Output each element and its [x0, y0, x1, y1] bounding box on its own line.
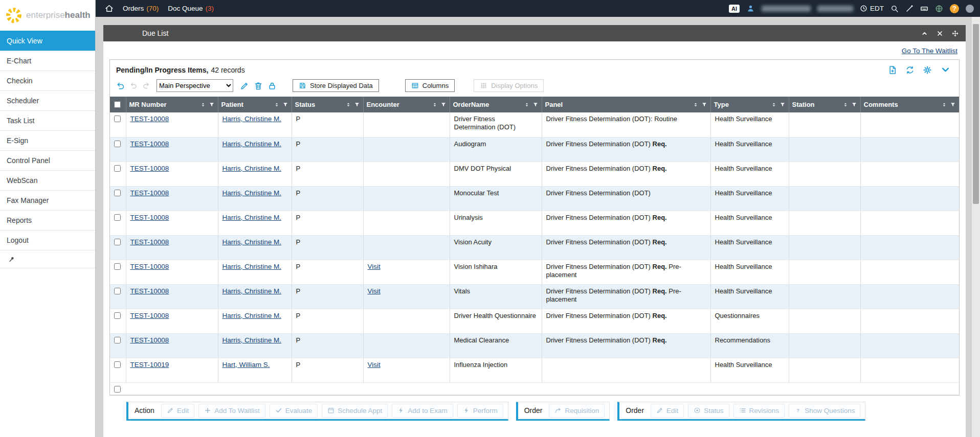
row-checkbox[interactable]	[114, 312, 121, 319]
delete-perspective-icon[interactable]	[254, 81, 263, 90]
refresh-icon[interactable]	[905, 65, 915, 75]
sidebar-item-reports[interactable]: Reports	[0, 210, 95, 230]
sidebar-item-scheduler[interactable]: Scheduler	[0, 90, 95, 110]
column-header-ordername[interactable]: OrderName	[450, 97, 542, 112]
sort-icon[interactable]	[345, 102, 351, 108]
footer-button-schedule-appt[interactable]: Schedule Appt	[322, 404, 388, 418]
patient-link[interactable]: Harris, Christine M.	[222, 189, 282, 197]
row-checkbox[interactable]	[114, 141, 121, 147]
filter-icon[interactable]	[440, 102, 447, 108]
column-header-station[interactable]: Station	[789, 97, 860, 112]
column-header-mr-number[interactable]: MR Number	[126, 97, 218, 112]
mr-number-link[interactable]: TEST-10008	[130, 336, 169, 344]
scrollbar-thumb[interactable]	[973, 24, 979, 204]
settings-gear-icon[interactable]	[923, 65, 932, 75]
filter-icon[interactable]	[701, 102, 707, 108]
sort-icon[interactable]	[274, 102, 280, 108]
footer-button-add-to-exam[interactable]: Add to Exam	[392, 404, 453, 418]
sidebar-pin-row[interactable]	[0, 250, 95, 268]
footer-button-edit[interactable]: Edit	[651, 404, 684, 418]
row-checkbox[interactable]	[114, 165, 121, 172]
perspective-select[interactable]: Main Perspective	[157, 79, 233, 92]
doc-queue-link[interactable]: Doc Queue (3)	[168, 5, 214, 12]
column-header-comments[interactable]: Comments	[860, 97, 959, 112]
patient-link[interactable]: Harris, Christine M.	[222, 336, 282, 344]
footer-button-perform[interactable]: Perform	[457, 404, 503, 418]
encounter-link[interactable]: Visit	[368, 361, 381, 369]
column-header-status[interactable]: Status	[292, 97, 363, 112]
sidebar-item-task-list[interactable]: Task List	[0, 110, 95, 130]
go-to-waitlist-link[interactable]: Go To The Waitlist	[902, 47, 957, 55]
timezone-indicator[interactable]: EDT	[860, 5, 884, 12]
filter-icon[interactable]	[779, 102, 786, 108]
row-checkbox[interactable]	[114, 214, 121, 221]
sidebar-item-control-panel[interactable]: Control Panel	[0, 150, 95, 170]
sidebar-item-fax-manager[interactable]: Fax Manager	[0, 190, 95, 210]
mr-number-link[interactable]: TEST-10008	[130, 287, 169, 295]
edit-perspective-icon[interactable]	[240, 81, 249, 90]
column-header-patient[interactable]: Patient	[218, 97, 292, 112]
row-checkbox[interactable]	[114, 239, 121, 245]
sidebar-item-e-sign[interactable]: E-Sign	[0, 130, 95, 150]
mr-number-link[interactable]: TEST-10008	[130, 140, 169, 148]
mr-number-link[interactable]: TEST-10008	[130, 165, 169, 172]
entry-row-checkbox[interactable]	[114, 386, 121, 393]
user-icon[interactable]	[746, 4, 755, 13]
lock-perspective-icon[interactable]	[268, 81, 277, 90]
row-checkbox[interactable]	[114, 116, 121, 122]
mr-number-link[interactable]: TEST-10008	[130, 115, 169, 123]
patient-link[interactable]: Hart, William S.	[222, 361, 270, 369]
filter-icon[interactable]	[209, 102, 215, 108]
patient-link[interactable]: Harris, Christine M.	[222, 312, 282, 319]
column-header-type[interactable]: Type	[710, 97, 789, 112]
sort-icon[interactable]	[200, 102, 206, 108]
mr-number-link[interactable]: TEST-10008	[130, 189, 169, 197]
filter-icon[interactable]	[282, 102, 288, 108]
row-checkbox[interactable]	[114, 263, 121, 270]
column-header-encounter[interactable]: Encounter	[363, 97, 450, 112]
footer-button-status[interactable]: Status	[688, 404, 729, 418]
footer-button-edit[interactable]: Edit	[161, 404, 194, 418]
filter-icon[interactable]	[532, 102, 539, 108]
patient-link[interactable]: Harris, Christine M.	[222, 214, 282, 221]
footer-button-show-questions[interactable]: ?Show Questions	[789, 404, 860, 418]
new-document-icon[interactable]	[888, 65, 897, 75]
columns-button[interactable]: Columns	[405, 79, 455, 92]
select-all-checkbox[interactable]	[114, 101, 121, 108]
mr-number-link[interactable]: TEST-10008	[130, 312, 169, 319]
mr-number-link[interactable]: TEST-10008	[130, 263, 169, 270]
row-checkbox[interactable]	[114, 337, 121, 343]
keyboard-icon[interactable]	[920, 5, 928, 13]
help-icon[interactable]: ?	[950, 4, 959, 13]
patient-link[interactable]: Harris, Christine M.	[222, 165, 282, 172]
footer-button-requisition[interactable]: Requisition	[549, 404, 605, 418]
sort-icon[interactable]	[524, 102, 530, 108]
filter-icon[interactable]	[851, 102, 857, 108]
filter-icon[interactable]	[354, 102, 360, 108]
sort-icon[interactable]	[941, 102, 947, 108]
footer-button-add-to-waitlist[interactable]: Add To Waitlist	[198, 404, 265, 418]
ai-badge[interactable]: AI	[729, 5, 740, 13]
row-checkbox[interactable]	[114, 361, 121, 368]
store-displayed-data-button[interactable]: Store Displayed Data	[293, 79, 379, 92]
vertical-scrollbar[interactable]	[971, 17, 980, 437]
display-options-button[interactable]: Display Options	[474, 79, 544, 92]
mr-number-link[interactable]: TEST-10008	[130, 214, 169, 221]
row-checkbox[interactable]	[114, 288, 121, 294]
pin-icon[interactable]	[8, 256, 15, 263]
move-icon[interactable]	[952, 30, 959, 37]
sort-icon[interactable]	[842, 102, 849, 108]
tools-icon[interactable]	[905, 5, 914, 13]
patient-link[interactable]: Harris, Christine M.	[222, 140, 282, 148]
sidebar-item-quick-view[interactable]: Quick View	[0, 31, 95, 51]
patient-link[interactable]: Harris, Christine M.	[222, 263, 282, 270]
sort-icon[interactable]	[432, 102, 438, 108]
row-checkbox[interactable]	[114, 190, 121, 196]
sidebar-item-checkin[interactable]: Checkin	[0, 71, 95, 90]
footer-button-evaluate[interactable]: Evaluate	[270, 404, 318, 418]
collapse-icon[interactable]	[921, 30, 928, 37]
sort-icon[interactable]	[771, 102, 777, 108]
filter-icon[interactable]	[950, 102, 956, 108]
history-back-icon[interactable]	[130, 82, 138, 89]
patient-link[interactable]: Harris, Christine M.	[222, 115, 282, 123]
